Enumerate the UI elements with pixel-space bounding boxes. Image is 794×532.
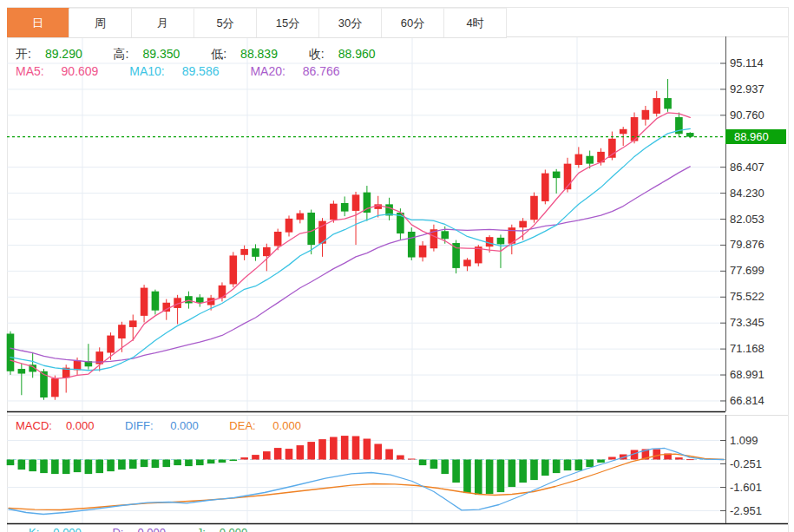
period-tab-7[interactable]: 60分 <box>382 8 444 37</box>
diff-value: DIFF: 0.000 <box>125 419 213 432</box>
chart-canvas[interactable] <box>0 0 794 532</box>
ma5-value: MA5: 90.609 <box>16 64 112 78</box>
price-tick-label: 90.760 <box>730 108 764 122</box>
open-label: 开:89.290 <box>16 47 96 61</box>
price-tick-label: 79.876 <box>730 238 764 252</box>
ma10-value: MA10: 89.586 <box>129 64 233 78</box>
high-label: 高:89.350 <box>114 47 194 61</box>
price-tick-label: 75.522 <box>730 290 764 304</box>
period-tab-5[interactable]: 15分 <box>257 8 319 37</box>
period-tab-8[interactable]: 4时 <box>444 8 507 37</box>
ohlc-bar: 开:89.290 高:89.350 低:88.839 收:88.960 <box>16 47 404 62</box>
ma20-value: MA20: 86.766 <box>250 64 353 78</box>
period-tab-2[interactable]: 周 <box>69 8 132 37</box>
price-tick-label: 86.407 <box>730 161 764 174</box>
current-price-tag: 88.960 <box>725 129 786 144</box>
macd-tick-label: -0.251 <box>730 457 762 471</box>
price-tick-label: 82.053 <box>730 213 764 227</box>
price-tick-label: 84.230 <box>730 187 764 200</box>
period-tab-4[interactable]: 5分 <box>194 8 257 37</box>
kline-chart-app: 日周月5分15分30分60分4时 开:89.290 高:89.350 低:88.… <box>0 0 794 532</box>
kdj-d-value: D:0.000 <box>112 526 180 532</box>
kdj-values-bar: K:0.000 D:0.000 J:0.000 <box>29 526 275 532</box>
price-tick-label: 77.699 <box>730 264 764 278</box>
price-tick-label: 73.345 <box>730 316 764 330</box>
price-tick-label: 68.991 <box>730 368 764 382</box>
close-label: 收:88.960 <box>309 47 390 61</box>
period-tab-3[interactable]: 月 <box>132 8 194 37</box>
period-tab-bar: 日周月5分15分30分60分4时 <box>7 8 507 38</box>
price-tick-label: 71.168 <box>730 342 764 356</box>
period-tab-1[interactable]: 日 <box>7 8 69 37</box>
kdj-k-value: K:0.000 <box>29 526 95 532</box>
kdj-j-value: J:0.000 <box>197 526 262 532</box>
macd-value: MACD:0.000 <box>16 419 108 432</box>
period-tab-6[interactable]: 30分 <box>319 8 382 37</box>
macd-tick-label: -2.951 <box>730 504 762 518</box>
macd-tick-label: 1.099 <box>730 434 758 448</box>
price-tick-label: 66.814 <box>730 394 764 408</box>
price-tick-label: 92.937 <box>730 82 764 96</box>
price-tick-label: 95.114 <box>730 56 764 70</box>
macd-tick-label: -1.601 <box>730 481 762 495</box>
current-price-value: 88.960 <box>734 130 769 143</box>
ma-values-bar: MA5: 90.609 MA10: 89.586 MA20: 86.766 <box>16 64 368 78</box>
macd-values-bar: MACD:0.000 DIFF: 0.000 DEA: 0.000 <box>16 419 329 432</box>
low-label: 低:88.839 <box>211 47 292 61</box>
dea-value: DEA: 0.000 <box>229 419 315 432</box>
